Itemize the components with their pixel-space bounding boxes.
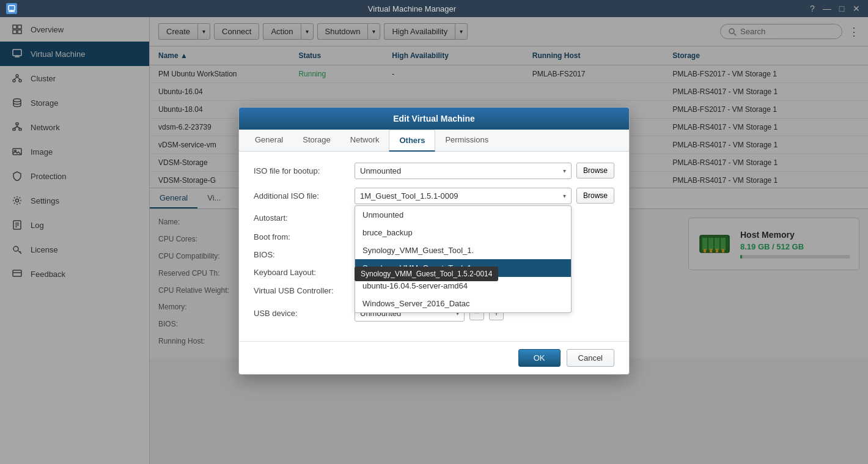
close-button[interactable]: ✕ <box>851 4 862 13</box>
modal-body: ISO file for bootup: Unmounted ▾ Browse … <box>239 152 629 341</box>
iso-bootup-label: ISO file for bootup: <box>254 166 355 175</box>
modal-header: Edit Virtual Machine <box>239 108 629 130</box>
bios-label: BIOS: <box>254 250 355 259</box>
window-title: Virtual Machine Manager <box>17 4 807 13</box>
window-controls: ? — □ ✕ <box>807 4 862 13</box>
maximize-button[interactable]: □ <box>836 4 847 13</box>
usb-device-label: USB device: <box>254 309 355 318</box>
additional-iso-value: 1M_Guest_Tool_1.5.1-0009 <box>360 191 458 201</box>
keyboard-label: Keyboard Layout: <box>254 268 355 277</box>
minimize-button[interactable]: — <box>822 4 833 13</box>
edit-vm-modal: Edit Virtual Machine GeneralStorageNetwo… <box>238 107 630 375</box>
dropdown-item[interactable]: Unmounted <box>355 206 571 224</box>
boot-from-label: Boot from: <box>254 232 355 241</box>
title-bar: Virtual Machine Manager ? — □ ✕ <box>0 0 868 17</box>
additional-iso-arrow: ▾ <box>563 193 566 199</box>
dropdown-item[interactable]: Synology_VMM_Guest_Tool_1. <box>355 241 571 259</box>
dropdown-menu: Unmountedbruce_backupSynology_VMM_Guest_… <box>355 205 572 313</box>
additional-iso-dropdown: Unmountedbruce_backupSynology_VMM_Guest_… <box>355 204 572 313</box>
additional-iso-select[interactable]: 1M_Guest_Tool_1.5.1-0009 ▾ <box>355 188 572 204</box>
modal-tab-network[interactable]: Network <box>340 130 389 152</box>
dropdown-item[interactable]: Windows_Server_2016_Datac <box>355 295 571 312</box>
iso-bootup-arrow: ▾ <box>563 168 566 174</box>
iso-bootup-select[interactable]: Unmounted ▾ <box>355 163 572 179</box>
additional-iso-browse[interactable]: Browse <box>576 188 614 204</box>
ok-button[interactable]: OK <box>518 349 561 367</box>
help-button[interactable]: ? <box>807 4 818 13</box>
modal-tab-permissions[interactable]: Permissions <box>435 130 498 152</box>
app-icon <box>6 3 17 14</box>
modal-overlay[interactable]: Edit Virtual Machine GeneralStorageNetwo… <box>0 17 868 464</box>
autostart-label: Autostart: <box>254 213 355 223</box>
modal-tab-storage[interactable]: Storage <box>293 130 340 152</box>
modal-tab-general[interactable]: General <box>245 130 293 152</box>
additional-iso-control: 1M_Guest_Tool_1.5.1-0009 ▾ Unmountedbruc… <box>355 188 614 204</box>
modal-tab-others[interactable]: Others <box>389 130 435 152</box>
additional-iso-row: Additional ISO file: 1M_Guest_Tool_1.5.1… <box>254 188 614 204</box>
tooltip: Synology_VMM_Guest_Tool_1.5.2-0014 <box>355 267 498 281</box>
virtual-usb-label: Virtual USB Controller: <box>254 286 355 295</box>
iso-bootup-control: Unmounted ▾ Browse <box>355 163 614 179</box>
additional-iso-wrap: 1M_Guest_Tool_1.5.1-0009 ▾ Unmountedbruc… <box>355 188 572 204</box>
iso-bootup-row: ISO file for bootup: Unmounted ▾ Browse <box>254 163 614 179</box>
iso-bootup-value: Unmounted <box>360 166 401 175</box>
dropdown-item[interactable]: bruce_backup <box>355 224 571 241</box>
title-bar-left <box>6 3 17 14</box>
additional-iso-label: Additional ISO file: <box>254 191 355 201</box>
cancel-button[interactable]: Cancel <box>567 349 614 367</box>
modal-tabs: GeneralStorageNetworkOthersPermissions <box>239 130 629 152</box>
iso-bootup-browse[interactable]: Browse <box>576 163 614 179</box>
modal-footer: OK Cancel <box>239 341 629 374</box>
svg-rect-0 <box>9 6 15 10</box>
